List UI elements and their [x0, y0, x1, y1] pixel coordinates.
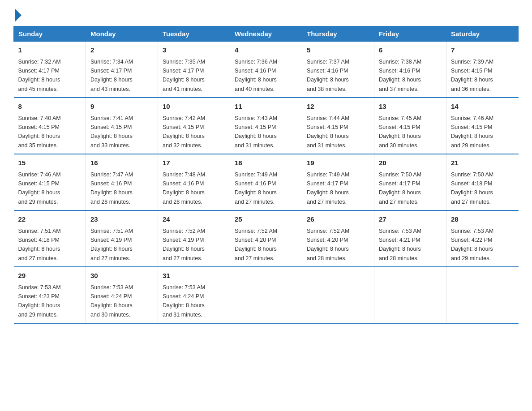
calendar-header-tuesday: Tuesday	[158, 26, 230, 42]
calendar-cell	[302, 267, 374, 323]
calendar-cell: 12 Sunrise: 7:44 AMSunset: 4:15 PMDaylig…	[302, 98, 374, 154]
calendar-cell: 22 Sunrise: 7:51 AMSunset: 4:18 PMDaylig…	[14, 210, 86, 267]
day-number: 20	[379, 158, 442, 168]
calendar-cell: 10 Sunrise: 7:42 AMSunset: 4:15 PMDaylig…	[158, 98, 230, 154]
day-number: 26	[307, 214, 369, 225]
logo	[13, 9, 21, 21]
calendar-cell: 20 Sunrise: 7:50 AMSunset: 4:17 PMDaylig…	[374, 154, 446, 210]
day-info: Sunrise: 7:52 AMSunset: 4:20 PMDaylight:…	[307, 228, 349, 261]
calendar-week-1: 1 Sunrise: 7:32 AMSunset: 4:17 PMDayligh…	[14, 42, 519, 98]
calendar-header-saturday: Saturday	[446, 26, 519, 42]
calendar-cell: 5 Sunrise: 7:37 AMSunset: 4:16 PMDayligh…	[302, 42, 374, 98]
day-number: 27	[379, 214, 442, 225]
day-number: 12	[307, 102, 369, 112]
calendar-header-sunday: Sunday	[14, 26, 86, 42]
day-info: Sunrise: 7:44 AMSunset: 4:15 PMDaylight:…	[307, 115, 349, 149]
day-number: 3	[163, 45, 225, 56]
calendar-cell: 26 Sunrise: 7:52 AMSunset: 4:20 PMDaylig…	[302, 210, 374, 267]
calendar-cell: 18 Sunrise: 7:49 AMSunset: 4:16 PMDaylig…	[230, 154, 302, 210]
calendar-cell: 31 Sunrise: 7:53 AMSunset: 4:24 PMDaylig…	[158, 267, 230, 323]
day-info: Sunrise: 7:39 AMSunset: 4:15 PMDaylight:…	[451, 59, 493, 92]
day-info: Sunrise: 7:40 AMSunset: 4:15 PMDaylight:…	[18, 115, 61, 149]
day-number: 19	[307, 158, 369, 168]
day-info: Sunrise: 7:45 AMSunset: 4:15 PMDaylight:…	[379, 115, 421, 149]
day-info: Sunrise: 7:43 AMSunset: 4:15 PMDaylight:…	[235, 115, 277, 149]
day-info: Sunrise: 7:36 AMSunset: 4:16 PMDaylight:…	[235, 59, 277, 92]
day-number: 28	[451, 214, 514, 225]
calendar-cell: 29 Sunrise: 7:53 AMSunset: 4:23 PMDaylig…	[14, 267, 86, 323]
day-info: Sunrise: 7:49 AMSunset: 4:17 PMDaylight:…	[307, 171, 349, 205]
day-info: Sunrise: 7:52 AMSunset: 4:20 PMDaylight:…	[235, 228, 277, 261]
day-info: Sunrise: 7:53 AMSunset: 4:24 PMDaylight:…	[90, 284, 133, 318]
day-number: 11	[235, 102, 297, 112]
calendar-cell: 28 Sunrise: 7:53 AMSunset: 4:22 PMDaylig…	[446, 210, 519, 267]
day-info: Sunrise: 7:50 AMSunset: 4:18 PMDaylight:…	[451, 171, 493, 205]
calendar-cell: 24 Sunrise: 7:52 AMSunset: 4:19 PMDaylig…	[158, 210, 230, 267]
day-number: 8	[18, 102, 82, 112]
day-info: Sunrise: 7:35 AMSunset: 4:17 PMDaylight:…	[163, 59, 205, 92]
day-number: 30	[90, 271, 153, 281]
calendar-body: 1 Sunrise: 7:32 AMSunset: 4:17 PMDayligh…	[14, 42, 519, 324]
calendar-header-row: SundayMondayTuesdayWednesdayThursdayFrid…	[14, 26, 519, 42]
day-info: Sunrise: 7:53 AMSunset: 4:23 PMDaylight:…	[18, 284, 61, 318]
calendar-cell: 15 Sunrise: 7:46 AMSunset: 4:15 PMDaylig…	[14, 154, 86, 210]
day-info: Sunrise: 7:34 AMSunset: 4:17 PMDaylight:…	[90, 59, 133, 92]
day-number: 15	[18, 158, 82, 168]
calendar-cell	[374, 267, 446, 323]
day-number: 21	[451, 158, 514, 168]
day-number: 6	[379, 45, 442, 56]
calendar-cell: 3 Sunrise: 7:35 AMSunset: 4:17 PMDayligh…	[158, 42, 230, 98]
calendar-cell: 17 Sunrise: 7:48 AMSunset: 4:16 PMDaylig…	[158, 154, 230, 210]
calendar-header-monday: Monday	[86, 26, 158, 42]
day-number: 1	[18, 45, 82, 56]
day-info: Sunrise: 7:53 AMSunset: 4:24 PMDaylight:…	[163, 284, 205, 318]
calendar-cell: 27 Sunrise: 7:53 AMSunset: 4:21 PMDaylig…	[374, 210, 446, 267]
day-number: 14	[451, 102, 514, 112]
calendar-cell: 9 Sunrise: 7:41 AMSunset: 4:15 PMDayligh…	[86, 98, 158, 154]
calendar-cell: 4 Sunrise: 7:36 AMSunset: 4:16 PMDayligh…	[230, 42, 302, 98]
day-number: 9	[90, 102, 153, 112]
day-info: Sunrise: 7:52 AMSunset: 4:19 PMDaylight:…	[163, 228, 205, 261]
calendar-cell: 23 Sunrise: 7:51 AMSunset: 4:19 PMDaylig…	[86, 210, 158, 267]
day-number: 4	[235, 45, 297, 56]
day-number: 24	[163, 214, 225, 225]
day-info: Sunrise: 7:50 AMSunset: 4:17 PMDaylight:…	[379, 171, 421, 205]
day-info: Sunrise: 7:51 AMSunset: 4:19 PMDaylight:…	[90, 228, 133, 261]
day-info: Sunrise: 7:38 AMSunset: 4:16 PMDaylight:…	[379, 59, 421, 92]
day-number: 2	[90, 45, 153, 56]
day-number: 23	[90, 214, 153, 225]
calendar-cell: 21 Sunrise: 7:50 AMSunset: 4:18 PMDaylig…	[446, 154, 519, 210]
calendar-header: SundayMondayTuesdayWednesdayThursdayFrid…	[14, 26, 519, 42]
day-info: Sunrise: 7:51 AMSunset: 4:18 PMDaylight:…	[18, 228, 61, 261]
calendar-cell: 16 Sunrise: 7:47 AMSunset: 4:16 PMDaylig…	[86, 154, 158, 210]
calendar-cell: 13 Sunrise: 7:45 AMSunset: 4:15 PMDaylig…	[374, 98, 446, 154]
day-info: Sunrise: 7:32 AMSunset: 4:17 PMDaylight:…	[18, 59, 61, 92]
calendar-week-3: 15 Sunrise: 7:46 AMSunset: 4:15 PMDaylig…	[14, 154, 519, 210]
calendar-week-5: 29 Sunrise: 7:53 AMSunset: 4:23 PMDaylig…	[14, 267, 519, 323]
calendar-header-wednesday: Wednesday	[230, 26, 302, 42]
day-number: 25	[235, 214, 297, 225]
day-info: Sunrise: 7:37 AMSunset: 4:16 PMDaylight:…	[307, 59, 349, 92]
day-number: 16	[90, 158, 153, 168]
day-info: Sunrise: 7:48 AMSunset: 4:16 PMDaylight:…	[163, 171, 205, 205]
calendar-cell: 1 Sunrise: 7:32 AMSunset: 4:17 PMDayligh…	[14, 42, 86, 98]
day-info: Sunrise: 7:47 AMSunset: 4:16 PMDaylight:…	[90, 171, 133, 205]
calendar-cell: 11 Sunrise: 7:43 AMSunset: 4:15 PMDaylig…	[230, 98, 302, 154]
day-number: 29	[18, 271, 82, 281]
day-number: 10	[163, 102, 225, 112]
day-number: 5	[307, 45, 369, 56]
calendar-cell	[230, 267, 302, 323]
calendar-header-thursday: Thursday	[302, 26, 374, 42]
calendar-cell: 14 Sunrise: 7:46 AMSunset: 4:15 PMDaylig…	[446, 98, 519, 154]
day-number: 22	[18, 214, 82, 225]
calendar-cell: 19 Sunrise: 7:49 AMSunset: 4:17 PMDaylig…	[302, 154, 374, 210]
day-number: 7	[451, 45, 514, 56]
day-info: Sunrise: 7:42 AMSunset: 4:15 PMDaylight:…	[163, 115, 205, 149]
day-info: Sunrise: 7:46 AMSunset: 4:15 PMDaylight:…	[451, 115, 493, 149]
calendar-cell: 2 Sunrise: 7:34 AMSunset: 4:17 PMDayligh…	[86, 42, 158, 98]
calendar-cell: 6 Sunrise: 7:38 AMSunset: 4:16 PMDayligh…	[374, 42, 446, 98]
calendar-cell: 25 Sunrise: 7:52 AMSunset: 4:20 PMDaylig…	[230, 210, 302, 267]
day-number: 31	[163, 271, 225, 281]
page-header	[13, 9, 519, 21]
calendar-week-4: 22 Sunrise: 7:51 AMSunset: 4:18 PMDaylig…	[14, 210, 519, 267]
